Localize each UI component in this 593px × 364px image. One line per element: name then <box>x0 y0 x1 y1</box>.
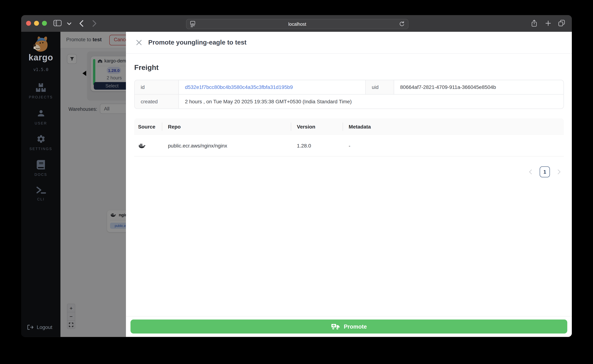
sidebar: kargo v1.5.0 PROJECTS USER SETTINGS <box>21 32 60 337</box>
repo-cell: public.ecr.aws/nginx/nginx <box>162 143 291 148</box>
tab-overview-icon[interactable] <box>558 20 565 26</box>
book-icon <box>37 160 45 169</box>
docker-icon <box>138 143 145 149</box>
sidebar-item-cli[interactable]: CLI <box>21 186 60 201</box>
close-window-button[interactable] <box>26 21 31 26</box>
source-cell <box>134 143 162 149</box>
logo-wordmark: kargo <box>21 52 60 63</box>
kargo-mascot-icon <box>30 36 52 54</box>
version-cell: 1.28.0 <box>291 143 343 148</box>
window-content: kargo v1.5.0 PROJECTS USER SETTINGS <box>21 32 572 337</box>
created-value: 2 hours , on Tue May 20 2025 19:35:38 GM… <box>179 95 564 109</box>
gear-icon <box>36 134 46 144</box>
user-icon <box>36 109 46 118</box>
truck-icon <box>331 323 340 330</box>
next-page-icon[interactable] <box>557 169 561 174</box>
browser-window: localhost kargo v1.5.0 PROJECTS <box>21 15 572 337</box>
minimize-window-button[interactable] <box>34 21 39 26</box>
id-value: d532e1f7bcc80bc4b3580c4a35c3fbfa31d195b9 <box>179 80 366 95</box>
pagination: 1 <box>134 166 564 177</box>
drawer-header: Promote youngling-eagle to test <box>126 32 572 54</box>
freight-section-title: Freight <box>134 64 564 72</box>
logout-label: Logout <box>37 324 52 330</box>
table-row: public.ecr.aws/nginx/nginx 1.28.0 - <box>134 135 564 157</box>
zoom-window-button[interactable] <box>42 21 47 26</box>
forward-icon[interactable] <box>92 20 97 27</box>
logout-icon <box>27 324 34 330</box>
metadata-cell: - <box>343 143 564 148</box>
column-repo: Repo <box>162 118 291 135</box>
sidebar-item-user[interactable]: USER <box>21 109 60 125</box>
page-settings-icon[interactable] <box>190 21 195 27</box>
sidebar-item-docs[interactable]: DOCS <box>21 160 60 176</box>
kargo-logo: kargo v1.5.0 <box>21 36 60 72</box>
chevron-down-icon[interactable] <box>67 22 72 25</box>
boxes-icon <box>36 83 46 92</box>
previous-page-icon[interactable] <box>529 169 532 174</box>
sidebar-item-projects[interactable]: PROJECTS <box>21 83 60 99</box>
promote-drawer: Promote youngling-eagle to test Freight … <box>126 32 572 337</box>
uid-label: uid <box>366 80 394 95</box>
promote-button[interactable]: Promote <box>130 319 567 333</box>
version-label: v1.5.0 <box>21 67 60 72</box>
screen: localhost kargo v1.5.0 PROJECTS <box>0 0 593 364</box>
share-icon[interactable] <box>531 19 537 27</box>
sidebar-toggle-icon[interactable] <box>53 20 62 26</box>
browser-toolbar: localhost <box>21 15 572 32</box>
uid-value: 80664af7-2821-4709-911a-366045e8504b <box>394 80 563 95</box>
sidebar-item-settings[interactable]: SETTINGS <box>21 134 60 151</box>
drawer-title: Promote youngling-eagle to test <box>148 39 247 46</box>
column-version: Version <box>291 118 343 135</box>
promote-button-label: Promote <box>344 323 367 330</box>
main-area: Promote to test Cancel kargo-demo 1.28.0… <box>60 32 572 337</box>
artifacts-table: Source Repo Version Metadata public.ecr.… <box>134 118 564 156</box>
column-metadata: Metadata <box>343 118 564 135</box>
back-icon[interactable] <box>79 20 84 27</box>
page-number[interactable]: 1 <box>540 166 550 177</box>
column-source: Source <box>134 118 162 135</box>
freight-id-link[interactable]: d532e1f7bcc80bc4b3580c4a35c3fbfa31d195b9 <box>185 84 293 90</box>
url-text[interactable]: localhost <box>195 21 399 27</box>
reload-icon[interactable] <box>399 21 404 27</box>
drawer-footer: Promote <box>126 316 572 337</box>
created-label: created <box>135 95 179 109</box>
table-header-row: Source Repo Version Metadata <box>134 118 564 135</box>
logout-button[interactable]: Logout <box>27 324 52 330</box>
new-tab-icon[interactable] <box>545 20 551 26</box>
drawer-body: Freight id d532e1f7bcc80bc4b3580c4a35c3f… <box>126 54 572 316</box>
address-bar[interactable]: localhost <box>186 19 408 29</box>
terminal-icon <box>36 186 46 194</box>
close-icon[interactable] <box>136 40 142 46</box>
id-label: id <box>135 80 179 95</box>
freight-info-table: id d532e1f7bcc80bc4b3580c4a35c3fbfa31d19… <box>134 80 564 109</box>
